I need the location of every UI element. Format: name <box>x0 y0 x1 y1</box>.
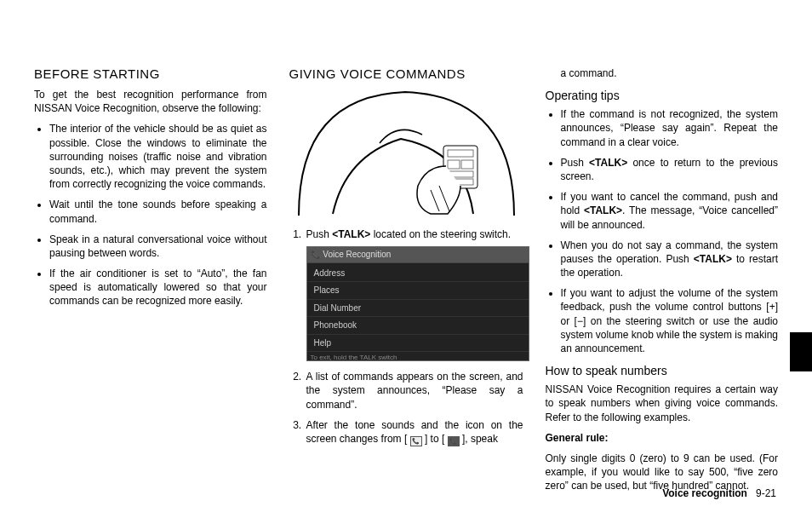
step-1: Push <TALK> located on the steering swit… <box>305 227 523 361</box>
heading-before-starting: BEFORE STARTING <box>34 66 267 81</box>
list-item: If you want to cancel the command, push … <box>561 190 779 232</box>
svg-rect-3 <box>461 160 473 169</box>
step-text: ], speak <box>460 433 498 445</box>
screenshot-footer: To exit, hold the TALK switch <box>307 352 529 365</box>
step-2: A list of commands appears on the screen… <box>305 370 523 412</box>
intro-paragraph: To get the best recognition performance … <box>34 88 267 115</box>
column-container: BEFORE STARTING To get the best recognit… <box>34 66 778 500</box>
talk-command: <TALK> <box>694 253 732 265</box>
menu-item: Phonebook <box>307 317 529 335</box>
list-item: The interior of the vehicle should be as… <box>49 122 267 191</box>
voice-recognition-screenshot: 📞 Voice Recognition Address Places Dial … <box>306 246 529 361</box>
talk-idle-icon: 📞 <box>410 436 422 446</box>
before-starting-list: The interior of the vehicle should be as… <box>34 122 267 308</box>
talk-active-icon: 📞 <box>448 436 460 446</box>
step-text: ] to [ <box>422 433 448 445</box>
list-item: If you want to adjust the volume of the … <box>561 286 779 355</box>
manual-page: BEFORE STARTING To get the best recognit… <box>0 0 812 518</box>
list-item: If the air conditioner is set to “Auto”,… <box>49 267 267 308</box>
footer-section: Voice recognition <box>662 487 747 499</box>
list-item: Wait until the tone sounds before speaki… <box>49 198 267 225</box>
general-rule-label: General rule: <box>546 431 779 445</box>
column-1: BEFORE STARTING To get the best recognit… <box>34 66 267 500</box>
svg-rect-2 <box>448 160 460 169</box>
operating-tips-list: If the command is not recognized, the sy… <box>546 107 779 355</box>
menu-item: Dial Number <box>307 300 529 318</box>
heading-giving-voice-commands: GIVING VOICE COMMANDS <box>289 66 523 81</box>
column-3: a command. Operating tips If the command… <box>546 66 779 500</box>
list-item: When you do not say a command, the syste… <box>561 239 779 280</box>
column-2: GIVING VOICE COMMANDS <box>289 66 523 500</box>
talk-command: <TALK> <box>332 228 370 240</box>
heading-speak-numbers: How to speak numbers <box>546 364 779 377</box>
speak-numbers-body: NISSAN Voice Recognition requires a cert… <box>546 383 779 424</box>
step-text: located on the steering switch. <box>370 228 511 240</box>
menu-item: Help <box>307 335 529 353</box>
list-item: If the command is not recognized, the sy… <box>561 107 779 149</box>
list-item: Speak in a natural conversational voice … <box>49 233 267 260</box>
screenshot-title: 📞 Voice Recognition <box>307 247 529 263</box>
list-item: Push <TALK> once to return to the previo… <box>561 156 779 183</box>
steering-wheel-illustration <box>294 88 518 216</box>
heading-operating-tips: Operating tips <box>546 89 779 102</box>
screenshot-menu: Address Places Dial Number Phonebook Hel… <box>307 263 529 353</box>
page-footer: Voice recognition 9-21 <box>662 487 776 499</box>
talk-command: <TALK> <box>584 204 622 216</box>
menu-item: Places <box>307 282 529 300</box>
page-number: 9-21 <box>756 487 776 499</box>
steps-list: Push <TALK> located on the steering swit… <box>289 227 523 446</box>
menu-item: Address <box>307 265 529 283</box>
step-3: After the tone sounds and the icon on th… <box>305 418 523 446</box>
step-text: Push <box>306 228 333 240</box>
talk-command: <TALK> <box>589 157 627 169</box>
continuation-text: a command. <box>561 66 779 80</box>
svg-rect-1 <box>448 150 473 157</box>
thumb-index-tab <box>790 332 812 371</box>
